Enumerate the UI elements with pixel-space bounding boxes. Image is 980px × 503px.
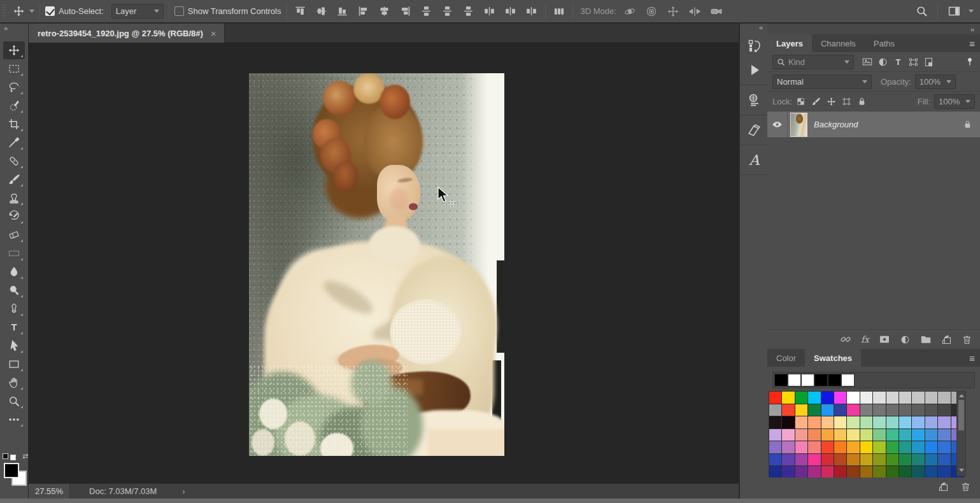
swatch[interactable] [899,454,911,466]
swatch[interactable] [912,404,924,416]
swatch[interactable] [925,392,937,404]
history-panel-icon[interactable] [740,34,769,58]
swatch[interactable] [795,441,807,453]
document-tab[interactable]: retro-2539454_1920.jpg @ 27.5% (RGB/8#) … [29,24,225,43]
status-options-chevron[interactable]: › [182,486,185,496]
edit-toolbar[interactable] [3,411,25,429]
swatch[interactable] [821,416,834,429]
layer-visibility-toggle[interactable] [767,111,788,138]
new-swatch-icon[interactable] [938,481,949,492]
swatch[interactable] [873,441,885,453]
quick-selection-tool[interactable] [3,97,25,115]
swatch[interactable] [769,416,781,429]
swatch[interactable] [873,392,885,404]
3d-camera-icon[interactable] [708,3,725,20]
filter-adjustment-layers-icon[interactable] [877,57,888,67]
hand-tool[interactable] [3,374,25,392]
scroll-down-icon[interactable] [959,469,964,472]
swatch[interactable] [899,416,911,429]
swatch[interactable] [938,429,950,441]
workspace-chevron-icon[interactable] [969,10,974,13]
swatch[interactable] [899,441,911,453]
blur-tool[interactable] [3,263,25,281]
swatch[interactable] [873,416,885,429]
swatch[interactable] [925,441,937,453]
swatch[interactable] [860,392,872,404]
swatch[interactable] [821,429,834,441]
zoom-tool[interactable] [3,392,25,410]
swatch[interactable] [912,416,924,429]
swatch[interactable] [808,454,820,466]
swatch[interactable] [847,392,859,404]
swatch[interactable] [782,454,794,466]
tab-paths[interactable]: Paths [865,34,904,52]
swatch[interactable] [938,392,950,404]
blend-mode-dropdown[interactable]: Normal [772,74,872,89]
swatch[interactable] [847,441,859,453]
layer-thumbnail[interactable] [790,113,807,137]
swatch[interactable] [873,466,885,478]
swatch[interactable] [938,454,950,466]
swatch[interactable] [899,392,911,404]
swatch[interactable] [886,392,898,404]
document-image[interactable] [249,73,504,456]
pen-tool[interactable] [3,300,25,318]
lock-transparency-icon[interactable] [796,97,806,106]
layer-name[interactable]: Background [814,120,858,129]
history-brush-tool[interactable] [3,208,25,225]
lasso-tool[interactable] [3,78,25,96]
layer-row-background[interactable]: Background [767,111,980,138]
default-colors-icon[interactable] [3,453,8,459]
swatch[interactable] [886,416,898,429]
crop-tool[interactable] [3,115,25,133]
swatch[interactable] [886,466,898,478]
eyedropper-tool[interactable] [3,134,25,152]
swatch[interactable] [912,466,924,478]
show-transform-checkbox[interactable] [174,6,184,16]
align-right-edges-icon[interactable] [397,3,414,20]
swatch[interactable] [886,429,898,441]
swatch[interactable] [860,429,872,441]
fill-field[interactable]: 100% [934,94,975,109]
swatch[interactable] [795,454,807,466]
swatch[interactable] [808,466,820,478]
3d-pan-icon[interactable] [665,3,681,20]
default-swap-colors[interactable]: ⇄ [3,451,28,460]
swatch[interactable] [860,466,872,478]
swatch[interactable] [899,466,911,478]
swatch[interactable] [821,404,834,416]
swatch[interactable] [925,404,937,416]
swatch[interactable] [912,441,924,453]
layer-styles-fx-icon[interactable]: fx [861,334,869,344]
swatch[interactable] [873,429,885,441]
swatch[interactable] [925,429,937,441]
swatches-panel-menu-icon[interactable]: ≡ [964,353,980,364]
swatch[interactable] [912,429,924,441]
swatch[interactable] [769,404,781,416]
delete-swatch-icon[interactable] [960,481,971,492]
swatch[interactable] [821,454,834,466]
distribute-left-edges-icon[interactable] [481,3,498,20]
auto-select-checkbox[interactable] [45,6,55,16]
swatch[interactable] [795,429,807,441]
swatch[interactable] [769,392,781,404]
actions-panel-icon[interactable] [740,58,769,82]
align-bottom-edges-icon[interactable] [334,3,351,20]
filter-shape-layers-icon[interactable] [908,57,919,67]
tab-swatches[interactable]: Swatches [805,349,861,367]
swatch[interactable] [925,454,937,466]
new-adjustment-layer-icon[interactable] [900,334,911,345]
distribute-top-edges-icon[interactable] [418,3,435,20]
auto-select-option[interactable]: Auto-Select: [45,6,104,16]
filter-kind-dropdown[interactable]: Kind [772,55,854,69]
recent-swatch[interactable] [828,374,841,386]
lock-paint-icon[interactable] [811,97,821,106]
swatch[interactable] [925,466,937,478]
glyphs-panel-icon[interactable]: A [740,148,769,172]
layers-panel-menu-icon[interactable]: ≡ [964,38,980,49]
swatch[interactable] [808,392,820,404]
eraser-tool[interactable] [3,226,25,244]
layer-filter-toggle-icon[interactable] [965,57,975,67]
lock-all-icon[interactable] [857,97,867,106]
scrollbar-thumb[interactable] [958,400,964,430]
